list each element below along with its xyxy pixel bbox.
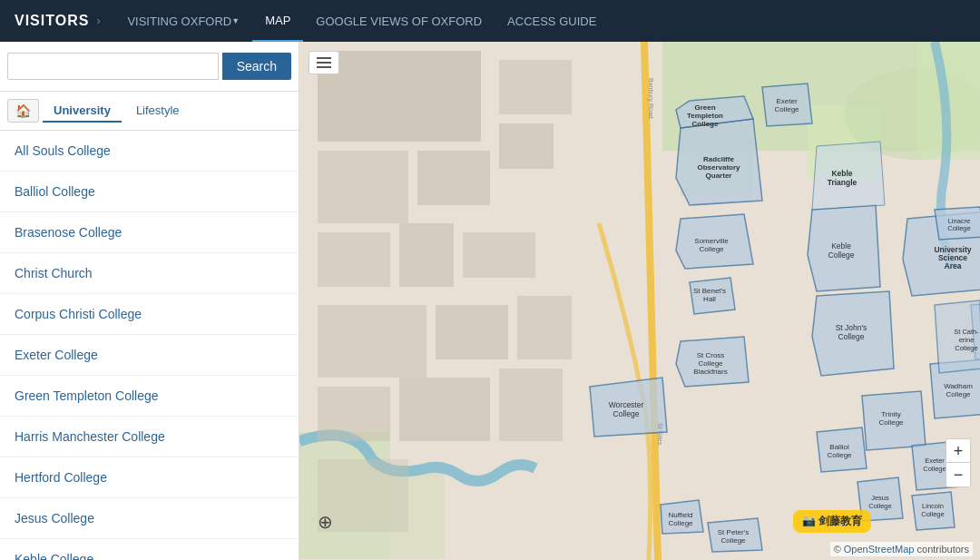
svg-text:College: College: [921, 510, 944, 518]
hamburger-line-1: [317, 57, 331, 59]
svg-text:College: College: [720, 536, 746, 545]
svg-rect-9: [499, 60, 572, 114]
svg-text:Worcester: Worcester: [609, 400, 644, 409]
svg-text:Green: Green: [694, 103, 715, 112]
zoom-in-button[interactable]: +: [946, 439, 970, 463]
college-list-item[interactable]: Corpus Christi College: [0, 294, 299, 335]
zoom-out-button[interactable]: −: [946, 463, 970, 486]
svg-text:Observatory: Observatory: [697, 163, 740, 172]
search-bar: Search: [0, 42, 299, 92]
svg-rect-19: [318, 387, 390, 441]
svg-rect-18: [517, 296, 572, 359]
college-list-item[interactable]: Brasenose College: [0, 212, 299, 253]
svg-text:St Giles: St Giles: [657, 423, 663, 446]
hamburger-line-3: [317, 66, 331, 68]
svg-text:College: College: [613, 409, 640, 418]
svg-text:Wadham: Wadham: [944, 382, 973, 390]
svg-text:Templeton: Templeton: [687, 112, 723, 120]
tab-university[interactable]: University: [43, 100, 122, 123]
svg-text:Exeter: Exeter: [925, 457, 945, 465]
svg-text:St Cath-: St Cath-: [954, 328, 979, 336]
svg-rect-15: [463, 232, 535, 278]
svg-text:College: College: [838, 332, 865, 341]
svg-text:St Benet's: St Benet's: [693, 287, 726, 295]
college-list-item[interactable]: Jesus College: [0, 498, 299, 539]
college-list-item[interactable]: All Souls College: [0, 131, 299, 172]
svg-text:College: College: [668, 519, 693, 527]
college-list-item[interactable]: Christ Church: [0, 253, 299, 294]
svg-text:Hall: Hall: [703, 295, 716, 303]
svg-rect-17: [436, 305, 508, 359]
svg-rect-21: [499, 368, 563, 441]
college-list-item[interactable]: Green Templeton College: [0, 376, 299, 417]
svg-text:Somerville: Somerville: [694, 237, 729, 245]
search-input[interactable]: [7, 53, 219, 80]
college-list: All Souls CollegeBalliol CollegeBrasenos…: [0, 131, 299, 560]
svg-text:College: College: [868, 502, 891, 510]
svg-text:Jesus: Jesus: [871, 494, 889, 502]
svg-text:College: College: [946, 390, 971, 398]
svg-text:Radcliffe: Radcliffe: [703, 155, 734, 163]
svg-rect-11: [318, 151, 408, 223]
map-area: Green Templeton College Radcliffe Observ…: [299, 42, 980, 560]
map-toggle-button[interactable]: [309, 51, 339, 74]
svg-text:College: College: [955, 344, 977, 352]
hamburger-line-2: [317, 62, 331, 64]
nav-access-guide[interactable]: ACCESS GUIDE: [495, 0, 609, 42]
nav-visiting-oxford[interactable]: VISITING OXFORD: [114, 0, 252, 42]
zoom-controls: + −: [946, 438, 971, 487]
top-navigation: VISITORS › VISITING OXFORD MAP GOOGLE VI…: [0, 0, 980, 42]
svg-text:St John's: St John's: [836, 323, 867, 332]
svg-rect-14: [399, 223, 454, 287]
college-list-item[interactable]: Keble College: [0, 539, 299, 560]
tab-home[interactable]: 🏠: [7, 99, 39, 123]
map-attribution: © OpenStreetMap contributors: [830, 542, 973, 556]
svg-text:Balliol: Balliol: [829, 443, 849, 451]
svg-text:Exeter: Exeter: [776, 97, 797, 105]
svg-rect-20: [399, 378, 490, 441]
svg-text:Keble: Keble: [831, 241, 851, 251]
attribution-link[interactable]: OpenStreetMap: [844, 544, 915, 555]
svg-text:College: College: [692, 120, 719, 128]
svg-text:Nuffield: Nuffield: [669, 511, 693, 519]
nav-google-views[interactable]: GOOGLE VIEWS OF OXFORD: [303, 0, 495, 42]
svg-text:College: College: [698, 359, 723, 368]
svg-text:erine: erine: [959, 336, 975, 344]
svg-rect-12: [417, 151, 490, 205]
svg-text:College: College: [828, 251, 855, 260]
svg-text:College: College: [774, 105, 799, 113]
svg-text:Quarter: Quarter: [706, 172, 732, 180]
svg-text:Area: Area: [945, 261, 962, 270]
svg-rect-16: [318, 305, 426, 378]
svg-text:St Cross: St Cross: [697, 351, 725, 359]
svg-rect-13: [318, 232, 390, 287]
svg-text:College: College: [947, 224, 970, 232]
svg-text:Blackfriars: Blackfriars: [693, 368, 727, 376]
svg-text:Trinity: Trinity: [881, 410, 900, 418]
college-list-item[interactable]: Harris Manchester College: [0, 417, 299, 457]
svg-text:Lincoln: Lincoln: [922, 502, 944, 510]
sidebar: Search 🏠 University Lifestyle All Souls …: [0, 42, 299, 560]
nav-arrow: ›: [96, 15, 100, 27]
svg-text:College: College: [699, 245, 724, 253]
map-svg: Green Templeton College Radcliffe Observ…: [299, 42, 980, 560]
svg-text:College: College: [923, 465, 946, 473]
svg-text:St Peter's: St Peter's: [718, 528, 749, 536]
tab-lifestyle[interactable]: Lifestyle: [125, 100, 191, 123]
college-list-item[interactable]: Exeter College: [0, 335, 299, 376]
main-content: Search 🏠 University Lifestyle All Souls …: [0, 42, 980, 560]
search-button[interactable]: Search: [222, 53, 291, 80]
compass[interactable]: ⊕: [318, 511, 333, 533]
college-list-item[interactable]: Hertford College: [0, 457, 299, 498]
svg-text:College: College: [878, 418, 904, 427]
svg-text:College: College: [827, 451, 852, 459]
svg-text:Banbury Road: Banbury Road: [647, 78, 654, 119]
nav-map[interactable]: MAP: [252, 0, 303, 42]
site-brand: VISITORS: [15, 13, 89, 29]
svg-rect-10: [499, 123, 554, 169]
svg-text:Keble: Keble: [831, 169, 852, 178]
college-list-item[interactable]: Balliol College: [0, 172, 299, 212]
watermark: 📷 剑藤教育: [793, 510, 871, 533]
tab-bar: 🏠 University Lifestyle: [0, 92, 299, 131]
svg-text:Triangle: Triangle: [828, 178, 858, 187]
